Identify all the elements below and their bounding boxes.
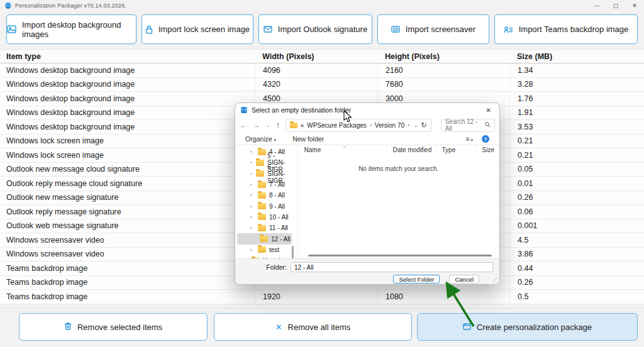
folder-icon (258, 192, 266, 199)
table-header-row: Item type Width (Pixels) Height (Pixels)… (0, 49, 644, 63)
empty-results-message: No items match your search. (298, 165, 499, 172)
cell-size: 3.53 (509, 120, 644, 134)
tree-item[interactable]: ›test (235, 245, 294, 255)
minimize-button[interactable]: — (587, 0, 606, 11)
tree-item-label: test (269, 246, 279, 253)
footer-button-label: Create personalization package (477, 322, 592, 332)
column-header-type[interactable]: Type (435, 145, 475, 154)
dialog-close-button[interactable]: ✕ (484, 107, 494, 114)
organize-menu[interactable]: Organize▾ (245, 135, 276, 143)
list-view-icon: ≡ (465, 135, 469, 143)
create-personalization-package-button[interactable]: Create personalization package (417, 313, 638, 341)
dialog-app-icon (241, 107, 247, 113)
trash-icon (64, 322, 72, 332)
chevron-right-icon[interactable]: › (250, 204, 255, 209)
chevron-down-icon[interactable]: ⌄ (414, 123, 418, 128)
back-icon[interactable]: ← (240, 121, 247, 129)
import-teams-backdrop-button[interactable]: Import Teams backdrop image (494, 14, 638, 44)
tree-item-label: 12 - All (271, 236, 291, 243)
cell-item-type: Windows desktop background image (0, 80, 255, 89)
tree-item[interactable]: ›10 - All (235, 212, 294, 223)
column-header-size[interactable]: Size (475, 145, 499, 154)
dialog-footer: Folder: 12 - All Select Folder Cancel (235, 258, 499, 284)
import-lock-screen-button[interactable]: Import lock screen image (142, 14, 253, 44)
remove-all-items-button[interactable]: ✕ Remove all items (214, 313, 412, 341)
remove-selected-items-button[interactable]: Remove selected items (19, 313, 208, 341)
dialog-titlebar[interactable]: Select an empty destination folder ✕ (235, 103, 499, 117)
horizontal-scrollbar[interactable] (308, 255, 492, 256)
folder-icon (256, 170, 264, 177)
import-button-label: Import Outlook signature (278, 25, 367, 34)
maximize-button[interactable]: ▢ (606, 0, 625, 11)
chevron-right-icon[interactable]: › (250, 192, 255, 198)
chevron-right-icon: › (370, 122, 372, 128)
column-header-name[interactable]: Name^ (298, 146, 386, 153)
chevron-right-icon[interactable]: › (250, 160, 253, 165)
cell-item-type: Teams backdrop image (0, 264, 255, 273)
recent-locations-icon[interactable]: ⌄ (266, 123, 270, 128)
cell-item-type: Teams backdrop image (0, 278, 255, 287)
new-folder-button[interactable]: New folder (292, 135, 324, 143)
screensaver-icon (391, 26, 400, 33)
personalization-packager-window: Personalization Packager v70.14.03.2026.… (0, 0, 644, 347)
window-titlebar: Personalization Packager v70.14.03.2026. (0, 0, 644, 11)
import-screensaver-button[interactable]: Import screensaver (377, 14, 489, 44)
cell-item-type: Outlook new message signature (0, 193, 255, 202)
import-button-row: Import desktop background images Import … (6, 14, 638, 44)
select-folder-dialog: Select an empty destination folder ✕ ← →… (235, 102, 500, 285)
column-header-item-type: Item type (0, 52, 255, 61)
help-icon[interactable]: ? (482, 135, 489, 143)
folder-icon (258, 225, 266, 231)
tree-item[interactable]: ›11 - All (235, 223, 294, 233)
import-desktop-backgrounds-button[interactable]: Import desktop background images (6, 14, 136, 44)
cell-size: 0.26 (509, 191, 644, 205)
forward-icon[interactable]: → (253, 121, 260, 129)
breadcrumb-segment[interactable]: WPSecure Packages (307, 122, 367, 129)
tree-item-selected[interactable]: ›12 - All (237, 233, 292, 244)
import-outlook-signature-button[interactable]: Import Outlook signature (258, 14, 372, 44)
search-icon (485, 122, 491, 129)
table-row[interactable]: Teams backdrop image192010800.5 (0, 290, 644, 304)
tree-item[interactable]: ›8 - All (235, 190, 294, 201)
chevron-right-icon[interactable]: › (250, 182, 255, 187)
search-input[interactable]: Search 12 - All (441, 119, 495, 132)
chevron-right-icon[interactable]: › (250, 225, 255, 231)
folder-icon (256, 160, 264, 166)
cell-item-type: Outlook reply message cloud signature (0, 179, 255, 188)
sort-ascending-icon: ^ (343, 145, 346, 150)
folder-icon (258, 214, 266, 220)
chevron-right-icon[interactable]: › (250, 149, 255, 155)
tree-item[interactable]: ›6 - SIGN- SIGR (235, 168, 294, 179)
folder-icon (260, 236, 268, 242)
tree-item[interactable]: ›9 - All (235, 201, 294, 211)
cell-size: 1.34 (509, 63, 644, 77)
cancel-button[interactable]: Cancel (449, 275, 479, 284)
mail-icon (264, 26, 272, 33)
dialog-toolbar: Organize▾ New folder ≡▾ ? (235, 133, 499, 145)
refresh-icon[interactable]: ↻ (421, 121, 426, 129)
footer-button-label: Remove all items (288, 322, 351, 332)
cell-size: 0.21 (509, 148, 644, 162)
cell-size: 0.5 (509, 290, 644, 304)
address-bar[interactable]: « WPSecure Packages › Version 70 › 12 - … (286, 119, 431, 132)
import-button-label: Import Teams backdrop image (519, 25, 629, 34)
tree-scrollbar[interactable] (292, 246, 294, 260)
chevron-right-icon[interactable]: › (250, 214, 255, 220)
select-folder-button[interactable]: Select Folder (393, 275, 440, 284)
close-button[interactable]: ✕ (625, 0, 644, 11)
table-row[interactable]: Windows desktop background image43207680… (0, 78, 644, 92)
breadcrumb-segment[interactable]: Version 70 (375, 122, 404, 129)
folder-name-input[interactable]: 12 - All (291, 262, 493, 272)
up-icon[interactable]: ↑ (276, 121, 280, 129)
column-header-date-modified[interactable]: Date modified (386, 145, 435, 154)
tree-item-label: 9 - All (269, 203, 285, 210)
table-row[interactable]: Windows desktop background image40962160… (0, 63, 644, 78)
cell-height: 7680 (377, 78, 509, 92)
cell-size: 3.28 (509, 78, 644, 92)
tree-item-label: 8 - All (269, 192, 285, 199)
chevron-right-icon[interactable]: › (250, 171, 253, 177)
view-options-menu[interactable]: ≡▾ (465, 135, 473, 143)
chevron-right-icon[interactable]: › (250, 247, 255, 253)
breadcrumb-overflow[interactable]: « (301, 122, 304, 129)
resize-grip-icon[interactable] (492, 277, 497, 282)
